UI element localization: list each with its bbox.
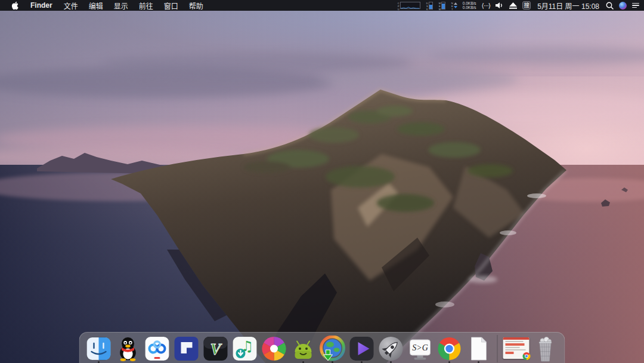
menu-help[interactable]: 帮助 [184, 1, 209, 11]
menu-go[interactable]: 前往 [134, 1, 159, 11]
dock-flipboard[interactable] [174, 334, 200, 363]
dock-rainbow-swirl-browser[interactable] [261, 334, 287, 363]
network-brackets-icon[interactable]: ⟨···⟩ [482, 2, 491, 10]
memory-meter-label: MEM [438, 2, 441, 10]
cpu-meter-label: CPU [397, 2, 400, 10]
menu-bar: Finder 文件 编辑 显示 前往 窗口 帮助 CPU DSK MEM [0, 0, 644, 11]
dock-gta-v[interactable]: V [203, 334, 229, 363]
dock-baidu-netdisk[interactable] [144, 334, 171, 363]
dock-minimized-chrome-window[interactable] [503, 334, 530, 363]
dock-finder[interactable] [86, 334, 112, 363]
dock-textedit-document[interactable] [466, 334, 492, 363]
cpu-meter[interactable]: CPU [397, 1, 420, 10]
menu-bar-left: Finder 文件 编辑 显示 前往 窗口 帮助 [0, 0, 209, 11]
disk-meter[interactable]: DSK [426, 1, 433, 10]
baidu-netdisk-icon [144, 336, 171, 362]
memory-meter[interactable]: MEM [438, 1, 445, 10]
rainbow-swirl-icon [261, 336, 287, 362]
chrome-icon [436, 336, 463, 362]
apple-menu[interactable] [6, 0, 24, 11]
eject-icon[interactable] [509, 2, 517, 9]
network-meter[interactable]: NET [451, 1, 457, 10]
input-method-icon[interactable]: 搜 [522, 1, 531, 10]
s-g-pane-icon: S>G [407, 336, 434, 362]
menu-window[interactable]: 窗口 [159, 1, 184, 11]
menu-bar-clock[interactable]: 5月11日 周一 15:08 [536, 1, 600, 11]
download-speed: 0.0KB/s [463, 5, 476, 10]
desktop-wallpaper [0, 11, 644, 363]
chrome-badge-icon [522, 352, 531, 361]
network-arrows-icon [454, 2, 457, 8]
play-triangle-icon [349, 336, 375, 362]
flipboard-f-icon [174, 336, 200, 362]
android-robot-icon [290, 336, 317, 362]
volume-icon[interactable] [496, 2, 504, 9]
siri-icon[interactable] [619, 2, 627, 10]
dock-google-chrome[interactable] [436, 334, 463, 363]
network-speed-readout[interactable]: 0.0KB/s 0.0KB/s [463, 1, 476, 10]
gta-v-letter: V [210, 340, 222, 358]
trash-full-icon [533, 335, 558, 362]
dock-s-g-app[interactable]: S>G [407, 334, 434, 363]
notification-center-icon[interactable] [632, 3, 639, 8]
memory-usage-bar [441, 2, 445, 10]
gta-v-icon: V [203, 336, 229, 362]
spotlight-search-icon[interactable] [606, 2, 614, 10]
dock-qq[interactable] [115, 334, 141, 363]
menu-edit[interactable]: 编辑 [83, 1, 109, 11]
active-app-name[interactable]: Finder [24, 1, 58, 10]
dock-divider [497, 335, 498, 362]
cpu-graph [400, 2, 420, 9]
dock-trash[interactable] [532, 334, 559, 363]
qq-penguin-icon [116, 336, 141, 362]
upload-speed: 0.0KB/s [463, 1, 476, 5]
minimized-window-thumbnail [503, 337, 530, 359]
download-manager-globe-icon [320, 336, 346, 362]
dock-iina-player[interactable] [349, 334, 375, 363]
apple-icon [11, 1, 19, 10]
dock-internet-download-manager[interactable] [320, 334, 346, 363]
disk-meter-label: DSK [426, 2, 428, 10]
music-download-icon: ♫ [232, 336, 258, 362]
rocket-icon [378, 336, 404, 362]
dock-rocket-app[interactable] [378, 334, 404, 363]
disk-usage-bar [429, 2, 433, 10]
menu-file[interactable]: 文件 [58, 1, 83, 11]
network-meter-label: NET [451, 2, 453, 10]
blank-document-icon [466, 336, 492, 362]
dock-android-emulator[interactable] [290, 334, 317, 363]
dock-music-downloader[interactable]: ♫ [232, 334, 258, 363]
finder-icon [86, 336, 112, 362]
s-g-label: S>G [412, 343, 428, 352]
menu-view[interactable]: 显示 [109, 1, 134, 11]
menu-bar-status: CPU DSK MEM NET 0.0KB/s 0.0KB/s ⟨·· [397, 0, 644, 11]
desktop: Finder 文件 编辑 显示 前往 窗口 帮助 CPU DSK MEM [0, 0, 644, 363]
dock: V ♫ [79, 332, 565, 363]
